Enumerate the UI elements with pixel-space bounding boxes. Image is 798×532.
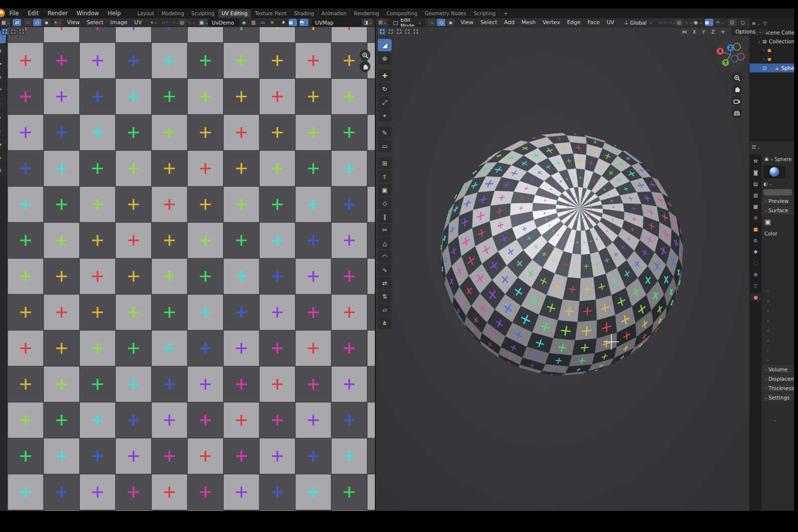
socket-row-5[interactable]: › [762,335,794,345]
workspace-tab-uv-editing[interactable]: UV Editing [218,9,251,18]
uv-image-unlink-button[interactable]: × [268,19,276,26]
outliner-row-sphere[interactable]: ◫›▲Sphere [750,64,794,72]
shading-solid-button[interactable]: ● [748,19,749,26]
mirror-y-button[interactable]: Y [699,28,708,35]
gizmo-axis-ball[interactable] [733,43,740,50]
socket-row-6[interactable]: › [762,345,794,355]
material-slot-row[interactable]: ◐⌄ [762,180,794,188]
vp-tool-select-box[interactable]: ◢ [378,39,392,51]
outliner-row-object-3[interactable]: ›● [750,55,794,64]
vp-tool-rotate[interactable]: ↻ [378,83,392,95]
menu-file[interactable]: File [5,9,23,18]
uv-tool-cursor[interactable]: ⊕ [0,44,6,57]
vp-menu-mesh[interactable]: Mesh [518,19,539,26]
properties-tab-physics[interactable]: ◌ [750,259,761,267]
mirror-icon-button[interactable]: ⋈ [680,28,689,35]
outliner-editor-type-button[interactable]: ≡⌄ [752,21,760,26]
vp-perspective-toggle-button[interactable] [732,107,742,118]
expand-chevron-icon[interactable]: ⌄ [757,39,762,44]
vp-tool-add-cube[interactable]: ⊞ [378,157,392,169]
workspace-add-tab[interactable]: + [499,9,512,18]
socket-row-1[interactable]: › [762,296,794,306]
properties-tab-material[interactable]: ● [750,293,761,301]
vp-visibility-dropdown[interactable]: ◉⌄ [694,19,702,26]
menu-help[interactable]: Help [103,9,125,18]
vp-zoom-button[interactable] [732,72,742,83]
vp-select-mode-subtract[interactable] [395,28,402,35]
uv-tool-transform[interactable]: ⌖ [0,98,6,110]
vp-vertex-select-button[interactable]: ∴ [428,19,436,26]
uv-map-field[interactable]: UVMap [312,19,361,26]
vp-menu-face[interactable]: Face [584,19,603,26]
texture-image-row[interactable]: ▣ [762,215,794,228]
navigation-gizmo[interactable]: XZY [714,40,745,71]
options-dropdown[interactable]: Options⌄ [732,28,766,35]
vp-edge-select-button[interactable]: ◇ [437,19,445,26]
vp-tool-annotate[interactable]: ✎ [378,127,392,139]
workspace-tab-geometry-nodes[interactable]: Geometry Nodes [421,9,470,18]
uv-vertex-select-button[interactable]: ∴ [24,19,32,26]
uv-display-settings-button[interactable]: ◨⌄ [364,19,372,26]
uv-gizmos-toggle[interactable]: ◉⌄ [289,19,297,26]
vp-pan-button[interactable] [732,84,742,95]
uv-image-name-field[interactable]: UvDemo [208,19,239,26]
vp-proportional-edit-toggle[interactable]: ◎ [675,19,683,26]
socket-row-3[interactable]: › [762,316,794,326]
properties-tab-object[interactable]: ■ [750,225,761,233]
workspace-tab-modeling[interactable]: Modeling [158,9,188,18]
viewport-editor-type-button[interactable]: ⊞⌄ [378,19,387,26]
blender-logo-icon[interactable] [0,9,5,18]
outliner-row-collection[interactable]: ⌄▤Collection [750,37,794,46]
vp-menu-uv[interactable]: UV [603,19,618,26]
vp-tool-rip-region[interactable]: ⋔ [378,317,392,329]
uv-image-new-button[interactable]: ▥ [249,19,258,26]
uv-image-fake-user-button[interactable]: ◈ [240,19,248,26]
menu-edit[interactable]: Edit [23,9,43,18]
vp-menu-view[interactable]: View [457,19,477,26]
vp-tool-poly-build[interactable]: △ [378,237,392,249]
uv-pan-button[interactable] [360,61,370,72]
uv-sync-selection-toggle[interactable]: ⇄ [13,19,21,26]
vp-tool-scale[interactable]: ⤢ [378,96,392,108]
uv-pivot-point-button[interactable]: ⌖⌄ [150,19,158,26]
uv-proportional-edit-toggle[interactable]: ◎ [178,19,186,26]
vp-tool-edge-slide[interactable]: ⇄ [378,277,392,289]
section-settings[interactable]: ⌄Settings [762,393,794,402]
gizmo-axis-ball[interactable] [737,53,744,60]
section-preview[interactable]: ›Preview [762,197,794,206]
section-thickness[interactable]: ›Thickness [762,384,794,393]
menu-render[interactable]: Render [43,9,72,18]
section-volume[interactable]: ›Volume [762,365,794,374]
uv-snap-dropdown[interactable]: ⊢⊣⌄ [168,19,177,26]
section-displacement[interactable]: ›Displacement [762,374,794,384]
workspace-tab-sculpting[interactable]: Sculpting [188,9,219,18]
workspace-tab-texture-paint[interactable]: Texture Paint [251,9,291,18]
uv-tool-move[interactable]: ✚ [0,58,6,70]
properties-tab-world[interactable]: ⊕ [750,214,761,222]
workspace-tab-shading[interactable]: Shading [291,9,318,18]
uv-zoom-button[interactable] [360,50,370,61]
vp-falloff-dropdown[interactable]: ∿⌄ [684,19,693,26]
vp-tool-bevel[interactable]: ◇ [378,197,392,209]
properties-tab-output[interactable]: ▤ [750,180,761,188]
mode-dropdown[interactable]: □Edit Mode⌄ [390,19,425,26]
section-surface[interactable]: ⌄Surface [762,206,794,215]
uv-overlays-toggle[interactable]: ◓⌄ [299,19,308,26]
uv-tool-rotate[interactable]: ↻ [0,71,6,83]
outliner-filter-icon[interactable]: ▽ [763,21,767,26]
uv-menu-uv[interactable]: UV [131,19,146,26]
uv-image-open-button[interactable]: ▭ [259,19,267,26]
uv-tool-relax[interactable]: ∿ [0,151,6,163]
socket-row-4[interactable]: › [762,326,794,335]
vp-overlays-toggle[interactable]: ◓⌄ [716,19,724,26]
vp-tool-inset-faces[interactable]: ▣ [378,184,392,196]
uv-select-mode-set[interactable] [1,28,8,35]
shading-wireframe-button[interactable]: ○ [739,19,747,26]
uv-tool-rip-region[interactable]: ⋔ [0,124,6,136]
uv-menu-image[interactable]: Image [107,19,131,26]
snap-symmetry-button[interactable]: ✛ [719,28,727,35]
vp-menu-vertex[interactable]: Vertex [539,19,564,26]
vp-camera-view-button[interactable] [732,96,742,106]
workspace-tab-layout[interactable]: Layout [134,9,158,18]
uv-tool-scale[interactable]: ⤢ [0,84,6,97]
